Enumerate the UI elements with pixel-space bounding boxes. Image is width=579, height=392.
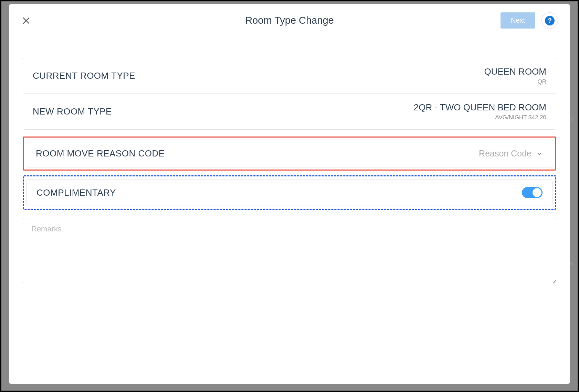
close-button[interactable]: [21, 15, 31, 26]
new-room-value: 2QR - TWO QUEEN BED ROOM: [414, 102, 546, 113]
reason-code-highlight: ROOM MOVE REASON CODE Reason Code: [23, 137, 556, 171]
reason-code-placeholder: Reason Code: [479, 149, 531, 159]
new-room-avg: AVG/NIGHT $42.20: [414, 114, 546, 121]
modal-body: CURRENT ROOM TYPE QUEEN ROOM QR NEW ROOM…: [9, 37, 570, 384]
modal-header: Room Type Change Next ?: [9, 4, 570, 37]
help-button[interactable]: ?: [541, 12, 558, 29]
modal-title: Room Type Change: [245, 15, 334, 26]
bg-hint: e: [570, 259, 573, 267]
complimentary-toggle[interactable]: [522, 187, 543, 198]
new-room-label: NEW ROOM TYPE: [33, 106, 112, 117]
help-icon: ?: [545, 16, 555, 25]
chevron-down-icon: [536, 150, 543, 157]
close-icon: [22, 16, 31, 25]
current-room-row: CURRENT ROOM TYPE QUEEN ROOM QR: [23, 58, 556, 94]
complimentary-row: COMPLIMENTARY: [27, 179, 552, 206]
toggle-knob: [533, 188, 541, 197]
new-room-row[interactable]: NEW ROOM TYPE 2QR - TWO QUEEN BED ROOM A…: [23, 94, 556, 129]
reason-code-dropdown[interactable]: Reason Code: [479, 149, 543, 159]
room-type-group: CURRENT ROOM TYPE QUEEN ROOM QR NEW ROOM…: [23, 58, 556, 130]
room-type-change-modal: Room Type Change Next ? CURRENT ROOM TYP…: [9, 4, 570, 384]
reason-code-row[interactable]: ROOM MOVE REASON CODE Reason Code: [26, 140, 553, 167]
complimentary-label: COMPLIMENTARY: [36, 187, 116, 198]
remarks-input[interactable]: [23, 218, 556, 283]
current-room-value: QUEEN ROOM: [484, 66, 546, 77]
next-button[interactable]: Next: [501, 12, 535, 29]
current-room-label: CURRENT ROOM TYPE: [33, 70, 135, 81]
complimentary-highlight: COMPLIMENTARY: [23, 175, 556, 210]
current-room-code: QR: [484, 78, 546, 85]
reason-code-label: ROOM MOVE REASON CODE: [36, 148, 165, 159]
